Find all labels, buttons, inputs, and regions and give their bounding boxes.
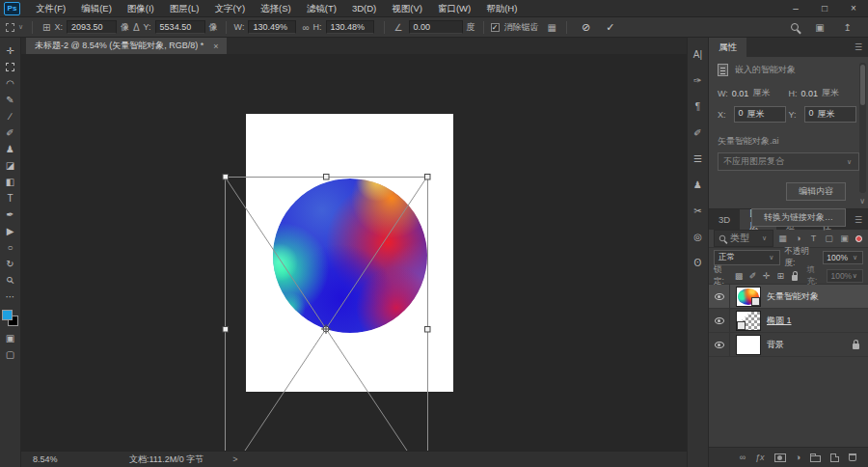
layer-row-ellipse-1[interactable]: 椭圆 1 bbox=[709, 309, 868, 333]
height-value[interactable]: 0.01 bbox=[801, 89, 819, 98]
workspace-icon[interactable]: ▣ bbox=[815, 22, 824, 33]
rotate-view-tool[interactable]: ↻ bbox=[1, 256, 20, 272]
tool-presets-panel-icon[interactable]: ✂ bbox=[690, 204, 707, 218]
antialias-checkbox[interactable]: ✓ bbox=[491, 23, 500, 32]
learn-panel-icon[interactable]: ◎ bbox=[690, 230, 707, 244]
tab-close-icon[interactable]: × bbox=[213, 41, 218, 51]
warp-mode-icon[interactable]: ▦ bbox=[548, 22, 556, 33]
h-input[interactable]: 130.48% bbox=[326, 20, 374, 34]
menu-window[interactable]: 窗口(W) bbox=[430, 0, 478, 17]
eyedropper-tool[interactable]: ∕ bbox=[1, 108, 20, 124]
close-button[interactable]: × bbox=[839, 0, 868, 17]
restore-button[interactable]: □ bbox=[810, 0, 839, 17]
menu-image[interactable]: 图像(I) bbox=[120, 0, 162, 17]
panel-menu-icon[interactable]: ☰ bbox=[849, 38, 868, 57]
layer-row-background[interactable]: 背景 bbox=[709, 333, 868, 357]
clone-stamp-tool[interactable]: ♟ bbox=[1, 141, 20, 157]
zoom-level-field[interactable]: 8.54% bbox=[33, 454, 83, 464]
layer-name[interactable]: 矢量智能对象 bbox=[767, 290, 819, 303]
lock-image-pixels-icon[interactable]: ✐ bbox=[747, 271, 757, 281]
search-icon[interactable] bbox=[791, 23, 799, 31]
move-tool[interactable]: ✛ bbox=[1, 42, 20, 59]
status-expand-icon[interactable]: > bbox=[232, 454, 237, 464]
lock-all-icon[interactable] bbox=[792, 275, 798, 281]
properties-scrollbar[interactable] bbox=[859, 63, 866, 193]
delete-layer-icon[interactable] bbox=[849, 453, 856, 461]
visibility-cell[interactable] bbox=[709, 309, 730, 332]
menu-file[interactable]: 文件(F) bbox=[28, 0, 73, 17]
properties-dock-icon[interactable]: ☰ bbox=[690, 151, 707, 166]
menu-type[interactable]: 文字(Y) bbox=[206, 0, 253, 17]
zoom-tool[interactable]: ⚲ bbox=[1, 272, 20, 288]
menu-view[interactable]: 视图(V) bbox=[384, 0, 430, 17]
filter-image-icon[interactable]: ▦ bbox=[776, 234, 789, 243]
commit-transform-button[interactable]: ✓ bbox=[606, 21, 614, 34]
width-value[interactable]: 0.01 bbox=[732, 89, 749, 98]
filter-type-icon[interactable]: T bbox=[807, 234, 820, 243]
lasso-tool[interactable]: ◠ bbox=[1, 75, 20, 92]
layers-menu-icon[interactable]: ☰ bbox=[849, 209, 868, 230]
lock-artboard-icon[interactable]: ⊞ bbox=[775, 271, 785, 281]
menu-edit[interactable]: 编辑(E) bbox=[73, 0, 120, 17]
fill-field[interactable]: 100% ∨ bbox=[827, 269, 863, 283]
brushes-panel-icon[interactable]: ✐ bbox=[690, 125, 707, 140]
share-icon[interactable]: ↥ bbox=[844, 22, 852, 33]
menu-filter[interactable]: 滤镜(T) bbox=[299, 0, 344, 17]
menu-layer[interactable]: 图层(L) bbox=[162, 0, 207, 17]
y-input[interactable]: 5534.50 bbox=[155, 20, 205, 34]
reference-point-icon[interactable]: ⊞ bbox=[42, 22, 50, 33]
foreground-color-swatch[interactable] bbox=[2, 310, 13, 320]
path-selection-tool[interactable]: ▶ bbox=[1, 223, 20, 239]
screen-mode-button[interactable]: ▢ bbox=[1, 346, 20, 363]
new-layer-icon[interactable] bbox=[830, 453, 839, 462]
angle-input[interactable]: 0.00 bbox=[409, 20, 463, 34]
quick-mask-button[interactable]: ▣ bbox=[1, 330, 20, 346]
tab-3d[interactable]: 3D bbox=[709, 209, 740, 230]
gradient-tool[interactable]: ◧ bbox=[1, 174, 20, 190]
visibility-cell[interactable] bbox=[709, 285, 730, 308]
convert-to-linked-button[interactable]: 转换为链接对象… bbox=[751, 208, 846, 227]
relative-position-icon[interactable]: Δ bbox=[133, 22, 140, 33]
layer-thumbnail[interactable] bbox=[737, 312, 760, 330]
edit-toolbar-button[interactable]: ⋯ bbox=[1, 288, 20, 305]
layer-effects-icon[interactable]: ƒx bbox=[755, 453, 765, 462]
canvas-area[interactable] bbox=[21, 54, 687, 451]
menu-3d[interactable]: 3D(D) bbox=[344, 0, 384, 17]
maintain-aspect-icon[interactable]: ∞ bbox=[302, 22, 309, 33]
lock-transparent-pixels-icon[interactable]: ▩ bbox=[734, 271, 744, 281]
lock-position-icon[interactable]: ✛ bbox=[762, 271, 772, 281]
character-panel-icon[interactable]: A| bbox=[690, 47, 707, 62]
menu-select[interactable]: 选择(S) bbox=[253, 0, 299, 17]
type-tool[interactable]: T bbox=[1, 190, 20, 206]
lightbulb-icon[interactable]: ʘ bbox=[690, 256, 707, 270]
new-adjustment-layer-icon[interactable]: ◑ bbox=[796, 453, 800, 462]
opacity-field[interactable]: 100% ∨ bbox=[823, 251, 863, 264]
minimize-button[interactable]: – bbox=[781, 0, 810, 17]
cancel-transform-button[interactable]: ⊘ bbox=[582, 21, 590, 34]
filter-smart-object-icon[interactable]: ▣ bbox=[838, 234, 851, 243]
clone-source-panel-icon[interactable]: ♟ bbox=[690, 178, 707, 192]
y-pos-input[interactable]: 0 厘米 bbox=[804, 106, 856, 123]
x-pos-input[interactable]: 0 厘米 bbox=[734, 106, 786, 123]
filter-adjustment-icon[interactable]: ◑ bbox=[792, 234, 804, 243]
layer-row-vector-smart-object[interactable]: 矢量智能对象 bbox=[709, 285, 868, 309]
tool-preset-icon[interactable]: ∨ bbox=[6, 19, 25, 36]
paragraph-panel-icon[interactable]: ¶ bbox=[690, 99, 707, 114]
rectangular-marquee-tool[interactable] bbox=[1, 59, 20, 75]
new-group-icon[interactable] bbox=[810, 455, 821, 462]
add-layer-mask-icon[interactable] bbox=[774, 453, 786, 462]
scroll-down-icon[interactable]: ∨ bbox=[859, 197, 865, 206]
quick-selection-tool[interactable]: ✎ bbox=[1, 92, 20, 108]
filter-toggle-icon[interactable] bbox=[855, 235, 862, 242]
eraser-tool[interactable]: ◪ bbox=[1, 157, 20, 174]
brush-tool[interactable]: ✐ bbox=[1, 124, 20, 141]
layer-name[interactable]: 椭圆 1 bbox=[767, 315, 792, 327]
document-tab[interactable]: 未标题-2 @ 8.54% (矢量智能对象, RGB/8) * × bbox=[26, 38, 227, 54]
layer-thumbnail[interactable] bbox=[737, 336, 760, 354]
ellipse-tool[interactable]: ○ bbox=[1, 239, 20, 256]
edit-contents-button[interactable]: 编辑内容 bbox=[786, 182, 846, 201]
pen-tool[interactable]: ✒ bbox=[1, 206, 20, 223]
filter-type-select[interactable]: 类型 ∨ bbox=[714, 230, 773, 247]
layer-thumbnail[interactable] bbox=[737, 288, 760, 306]
visibility-cell[interactable] bbox=[709, 333, 730, 356]
